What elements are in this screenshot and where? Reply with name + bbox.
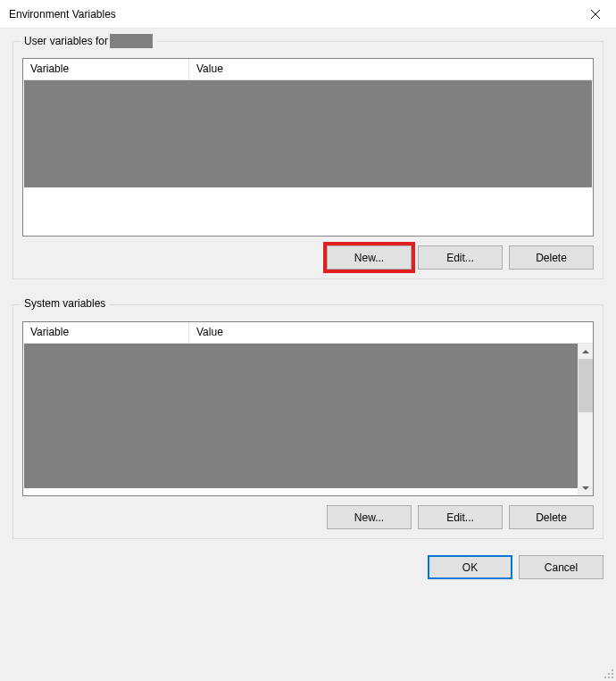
window-title: Environment Variables [9, 8, 116, 21]
svg-point-7 [612, 677, 613, 678]
svg-point-2 [612, 669, 613, 671]
user-edit-button[interactable]: Edit... [418, 245, 503, 270]
system-variables-group: System variables Variable Value New. [12, 304, 604, 539]
system-button-row: New... Edit... Delete [22, 505, 594, 529]
system-variables-table[interactable]: Variable Value [22, 321, 594, 496]
ok-button[interactable]: OK [428, 555, 512, 579]
user-col-value[interactable]: Value [189, 59, 593, 80]
svg-point-5 [604, 677, 606, 678]
system-col-value[interactable]: Value [189, 322, 593, 344]
svg-point-3 [608, 673, 610, 675]
scroll-thumb[interactable] [579, 359, 593, 412]
close-icon [591, 10, 600, 19]
svg-point-6 [608, 677, 610, 678]
scroll-track[interactable] [579, 359, 593, 480]
user-col-variable[interactable]: Variable [23, 59, 189, 80]
user-table-header: Variable Value [23, 59, 593, 80]
username-redacted [110, 34, 153, 48]
titlebar: Environment Variables [0, 0, 616, 29]
system-delete-button[interactable]: Delete [509, 505, 594, 529]
scroll-down-arrow[interactable] [579, 480, 593, 495]
svg-point-4 [612, 673, 613, 675]
system-new-button[interactable]: New... [327, 505, 412, 529]
system-variables-legend: System variables [21, 297, 109, 310]
system-table-body-redacted [24, 344, 580, 488]
user-variables-table[interactable]: Variable Value [22, 58, 594, 237]
chevron-down-icon [582, 486, 589, 490]
cancel-button[interactable]: Cancel [519, 555, 604, 579]
user-new-button[interactable]: New... [327, 245, 412, 270]
dialog-content: User variables for Variable Value New...… [0, 29, 616, 539]
user-variables-group: User variables for Variable Value New...… [12, 41, 604, 279]
scroll-up-arrow[interactable] [579, 344, 593, 359]
user-delete-button[interactable]: Delete [509, 245, 594, 270]
system-col-variable[interactable]: Variable [23, 322, 189, 344]
resize-grip-icon [602, 667, 614, 679]
system-variables-legend-text: System variables [24, 297, 105, 310]
chevron-up-icon [582, 350, 589, 353]
system-table-scrollbar[interactable] [578, 344, 593, 495]
user-button-row: New... Edit... Delete [22, 245, 594, 270]
user-table-body-redacted [24, 80, 592, 187]
dialog-button-row: OK Cancel [0, 539, 616, 592]
system-table-header: Variable Value [23, 322, 593, 344]
user-variables-legend-text: User variables for [24, 35, 108, 47]
system-edit-button[interactable]: Edit... [418, 505, 503, 529]
resize-grip[interactable] [602, 667, 614, 679]
close-button[interactable] [575, 0, 616, 29]
user-variables-legend: User variables for [21, 34, 156, 48]
